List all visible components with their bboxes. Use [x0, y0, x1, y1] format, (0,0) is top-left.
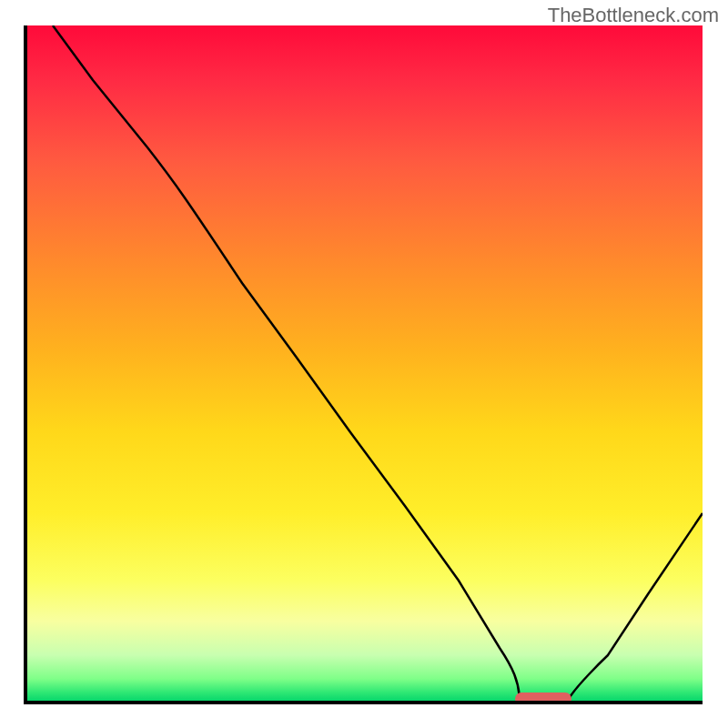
bottleneck-chart: TheBottleneck.com [0, 0, 728, 728]
axes-frame [0, 0, 728, 728]
watermark-text: TheBottleneck.com [548, 4, 719, 27]
axis-lines [25, 25, 703, 703]
